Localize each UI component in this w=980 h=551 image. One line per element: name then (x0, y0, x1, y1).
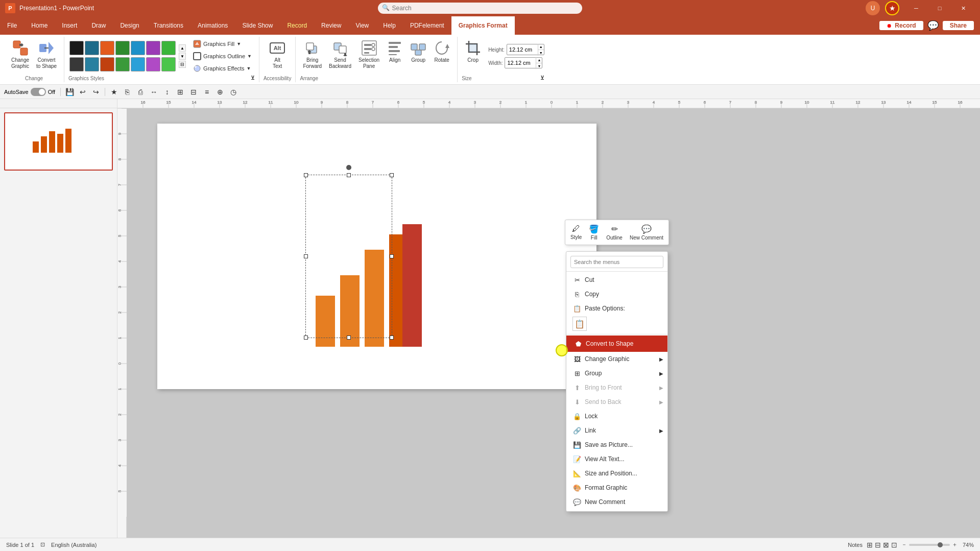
redo-button[interactable]: ↪ (90, 86, 102, 98)
tab-home[interactable]: Home (24, 16, 55, 35)
tab-review[interactable]: Review (314, 16, 348, 35)
handle-ml[interactable] (304, 254, 308, 258)
qa-btn-7[interactable]: ⊟ (188, 86, 199, 98)
minimize-button[interactable]: ─ (904, 0, 928, 16)
ctx-lock[interactable]: 🔒 Lock (566, 409, 667, 423)
height-decrement[interactable]: ▼ (538, 50, 544, 56)
tab-animations[interactable]: Animations (190, 16, 235, 35)
slide-thumbnail[interactable] (4, 112, 113, 171)
zoom-slider[interactable] (909, 544, 950, 546)
color-swatch-black[interactable] (69, 41, 84, 55)
color-swatch-dark2[interactable] (69, 57, 84, 71)
qa-btn-10[interactable]: ◷ (228, 86, 239, 98)
ft-comment-button[interactable]: 💬 New Comment (627, 222, 666, 243)
swatch-scroll-more[interactable]: ⊟ (179, 61, 186, 68)
group-button[interactable]: Group (407, 38, 429, 75)
zoom-out-button[interactable]: － (901, 541, 907, 548)
handle-bl[interactable] (304, 336, 308, 340)
qa-btn-3[interactable]: ⎙ (135, 86, 146, 98)
graphics-fill-button[interactable]: Graphics Fill ▼ (190, 38, 255, 50)
ctx-new-comment[interactable]: 💬 New Comment (566, 495, 667, 509)
comments-button[interactable]: 💬 (927, 20, 939, 31)
ctx-link[interactable]: 🔗 Link ▶ (566, 423, 667, 438)
tab-help[interactable]: Help (376, 16, 403, 35)
qa-btn-6[interactable]: ⊞ (175, 86, 186, 98)
size-expand[interactable]: ⊻ (540, 75, 544, 81)
tab-graphics-format[interactable]: Graphics Format (451, 16, 515, 35)
handle-br[interactable] (390, 336, 394, 340)
color-swatch-light-green[interactable] (161, 41, 176, 55)
tab-transitions[interactable]: Transitions (147, 16, 190, 35)
swatch-scroll-up[interactable]: ▲ (179, 44, 186, 52)
reading-view-button[interactable]: ⊠ (883, 541, 889, 549)
swatch-scroll-down[interactable]: ▼ (179, 53, 186, 60)
qa-btn-8[interactable]: ≡ (201, 86, 212, 98)
user-avatar[interactable]: U (866, 1, 880, 15)
ft-style-button[interactable]: 🖊 Style (567, 222, 585, 243)
record-button[interactable]: ⏺ Record (879, 21, 923, 30)
ctx-change-graphic[interactable]: 🖼 Change Graphic ▶ (566, 352, 667, 366)
tab-slideshow[interactable]: Slide Show (235, 16, 280, 35)
width-decrement[interactable]: ▼ (536, 63, 542, 69)
color-swatch-orange[interactable] (100, 41, 114, 55)
autosave-switch[interactable] (31, 88, 46, 96)
title-search-input[interactable] (378, 3, 582, 14)
color-swatch-cyan[interactable] (131, 41, 145, 55)
graphics-outline-button[interactable]: Graphics Outline ▼ (190, 51, 255, 62)
ctx-view-alt-text[interactable]: 📝 View Alt Text... (566, 452, 667, 466)
send-backward-button[interactable]: SendBackward (326, 38, 354, 75)
color-swatch-blue[interactable] (85, 41, 99, 55)
notes-button[interactable]: Notes (848, 542, 863, 548)
handle-tm[interactable] (347, 173, 351, 177)
tab-view[interactable]: View (348, 16, 376, 35)
handle-tr[interactable] (390, 173, 394, 177)
undo-button[interactable]: ↩ (77, 86, 88, 98)
ctx-copy[interactable]: ⎘ Copy (566, 287, 667, 301)
color-swatch-red2[interactable] (100, 57, 114, 71)
tab-file[interactable]: File (0, 16, 24, 35)
close-button[interactable]: ✕ (951, 0, 975, 16)
color-swatch-blue2[interactable] (85, 57, 99, 71)
qa-btn-9[interactable]: ⊕ (214, 86, 226, 98)
tab-design[interactable]: Design (113, 16, 146, 35)
color-swatch-green[interactable] (115, 41, 130, 55)
convert-to-shape-button[interactable]: Convertto Shape (33, 38, 60, 75)
width-input[interactable] (505, 60, 536, 66)
qa-btn-2[interactable]: ⎘ (122, 86, 133, 98)
graphics-styles-expand[interactable]: ⊻ (251, 75, 255, 81)
crop-button[interactable]: Crop (462, 38, 484, 75)
change-graphic-button[interactable]: ChangeGraphic (8, 38, 32, 75)
qa-btn-5[interactable]: ↕ (161, 86, 173, 98)
handle-bm[interactable] (347, 336, 351, 340)
share-button[interactable]: Share (943, 21, 974, 30)
slide-sorter-button[interactable]: ⊟ (875, 541, 881, 549)
qa-btn-1[interactable]: ★ (108, 86, 119, 98)
handle-tl[interactable] (304, 173, 308, 177)
tab-insert[interactable]: Insert (55, 16, 84, 35)
tab-draw[interactable]: Draw (84, 16, 113, 35)
ctx-search-input[interactable] (570, 256, 663, 268)
align-button[interactable]: Align (384, 38, 406, 75)
color-swatch-lgreen2[interactable] (161, 57, 176, 71)
ft-fill-button[interactable]: 🪣 Fill (586, 222, 602, 243)
ctx-cut[interactable]: ✂ Cut (566, 273, 667, 287)
tab-pdfelement[interactable]: PDFelement (403, 16, 451, 35)
ctx-convert-to-shape[interactable]: ⬟ Convert to Shape (566, 336, 667, 352)
width-increment[interactable]: ▲ (536, 57, 542, 63)
zoom-in-button[interactable]: ＋ (952, 541, 958, 548)
height-increment[interactable]: ▲ (538, 44, 544, 50)
qa-btn-4[interactable]: ↔ (148, 86, 159, 98)
fit-icon[interactable]: ⊡ (40, 541, 45, 548)
color-swatch-purple[interactable] (146, 41, 160, 55)
color-swatch-purple2[interactable] (146, 57, 160, 71)
ft-outline-button[interactable]: ✏ Outline (603, 222, 626, 243)
alt-text-button[interactable]: Alt AltText (266, 38, 289, 75)
ctx-size-position[interactable]: 📐 Size and Position... (566, 466, 667, 481)
color-swatch-cyan2[interactable] (131, 57, 145, 71)
bring-forward-button[interactable]: BringForward (300, 38, 325, 75)
rotate-handle[interactable] (346, 165, 351, 170)
ctx-format-graphic[interactable]: 🎨 Format Graphic (566, 481, 667, 495)
color-swatch-green2[interactable] (115, 57, 130, 71)
selection-pane-button[interactable]: SelectionPane (355, 38, 383, 75)
ctx-save-as-picture[interactable]: 💾 Save as Picture... (566, 438, 667, 452)
